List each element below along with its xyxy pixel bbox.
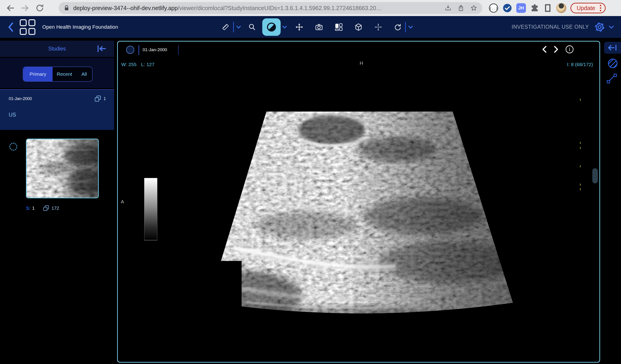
app-title: Open Health Imaging Foundation bbox=[42, 24, 118, 30]
active-viewport[interactable]: 01-Jan-2000 W:255 L:127 I: 8 (68/172) i … bbox=[117, 41, 600, 363]
us-scale-tick bbox=[580, 147, 581, 149]
tab-recent[interactable]: Recent bbox=[52, 67, 76, 81]
puzzle-extensions-icon[interactable] bbox=[530, 3, 539, 13]
main-toolbar bbox=[222, 16, 413, 38]
ultrasound-image bbox=[118, 42, 599, 362]
info-icon[interactable]: i bbox=[565, 45, 574, 53]
browser-back-icon[interactable] bbox=[6, 4, 15, 12]
level-label: L: bbox=[141, 62, 145, 67]
jh-extension-icon[interactable]: JH bbox=[516, 3, 526, 13]
pan-arrows-icon[interactable] bbox=[295, 23, 303, 31]
toolbar-divider bbox=[405, 22, 406, 32]
us-scale-tick bbox=[580, 99, 581, 101]
window-level-overlay: W:255 L:127 bbox=[121, 62, 155, 67]
thumbnail-ultrasound-image bbox=[27, 139, 98, 198]
toolbar-divider bbox=[233, 22, 234, 32]
tab-all[interactable]: All bbox=[76, 67, 92, 81]
browser-forward-icon[interactable] bbox=[21, 4, 29, 12]
window-level-button-active[interactable] bbox=[262, 18, 281, 36]
check-extension-icon[interactable] bbox=[502, 3, 512, 13]
window-label: W: bbox=[121, 62, 127, 67]
download-icon[interactable] bbox=[445, 5, 451, 12]
crosshairs-icon[interactable] bbox=[374, 23, 382, 31]
measure-dropdown-chevron-icon[interactable] bbox=[236, 25, 241, 29]
orientation-marker-left: A bbox=[121, 199, 124, 204]
series-copies-icon bbox=[94, 95, 101, 102]
previous-series-icon[interactable] bbox=[542, 46, 547, 53]
series-label: S: bbox=[26, 206, 31, 211]
tab-primary[interactable]: Primary bbox=[23, 67, 52, 81]
viewport-study-date: 01-Jan-2000 bbox=[143, 46, 167, 54]
study-list-item[interactable]: 01-Jan-2000 1 US bbox=[0, 89, 114, 130]
update-label: Update bbox=[577, 5, 595, 12]
cube-3d-icon[interactable] bbox=[355, 23, 362, 31]
layout-grid-icon[interactable] bbox=[335, 23, 343, 31]
extension-icons: {..} JH Update bbox=[489, 0, 606, 16]
level-value: 127 bbox=[147, 62, 155, 67]
gear-icon[interactable] bbox=[594, 22, 605, 32]
url-host: deploy-preview-3474--ohif-dev.netlify.ap… bbox=[73, 5, 178, 11]
svg-text:i: i bbox=[569, 47, 570, 52]
viewport-status-icon[interactable] bbox=[126, 46, 134, 54]
grayscale-reference-bar bbox=[144, 178, 157, 240]
lock-icon bbox=[64, 4, 69, 12]
app-header: Open Health Imaging Foundation INVESTIGA… bbox=[0, 16, 621, 38]
back-chevron-icon[interactable] bbox=[8, 22, 14, 32]
image-counter-overlay: I: 8 (68/172) bbox=[567, 62, 593, 67]
contrast-icon bbox=[266, 22, 276, 32]
investigational-label: INVESTIGATIONAL USE ONLY bbox=[512, 24, 589, 30]
expand-right-panel-button[interactable] bbox=[604, 42, 621, 54]
address-bar[interactable]: deploy-preview-3474--ohif-dev.netlify.ap… bbox=[59, 2, 482, 14]
measure-ruler-icon[interactable] bbox=[222, 23, 229, 31]
corner-divider bbox=[138, 45, 139, 55]
settings-chevron-icon[interactable] bbox=[609, 25, 614, 29]
collapse-panel-icon[interactable] bbox=[97, 45, 106, 52]
capture-camera-icon[interactable] bbox=[315, 23, 323, 31]
browser-toolbar: deploy-preview-3474--ohif-dev.netlify.ap… bbox=[0, 0, 621, 16]
braces-extension-icon[interactable]: {..} bbox=[489, 3, 498, 13]
reset-dropdown-chevron-icon[interactable] bbox=[408, 25, 413, 29]
series-number: 1 bbox=[32, 206, 35, 211]
us-scale-tick bbox=[580, 184, 581, 186]
bookmark-star-icon[interactable] bbox=[470, 5, 477, 12]
reading-list-icon[interactable] bbox=[543, 4, 552, 12]
thumbnail-caption: S: 1 172 bbox=[26, 205, 59, 211]
kebab-menu-icon[interactable] bbox=[600, 5, 601, 11]
orientation-marker-top: H bbox=[360, 60, 363, 66]
instances-copies-icon bbox=[43, 205, 49, 211]
window-value: 255 bbox=[128, 62, 137, 67]
expand-panel-arrow-icon bbox=[608, 45, 617, 51]
reset-rotate-icon[interactable] bbox=[394, 23, 401, 31]
instance-count: 172 bbox=[52, 206, 59, 211]
studies-tabs-area: Primary Recent All bbox=[0, 58, 114, 88]
avatar[interactable] bbox=[556, 3, 566, 13]
ohif-logo-icon[interactable] bbox=[20, 19, 35, 35]
next-series-icon[interactable] bbox=[553, 46, 559, 53]
svg-text:{..}: {..} bbox=[489, 6, 498, 10]
us-scale-tick bbox=[580, 142, 581, 144]
study-date: 01-Jan-2000 bbox=[9, 96, 32, 101]
studies-panel-header: Studies bbox=[0, 41, 114, 57]
segmentation-hatched-circle-icon[interactable] bbox=[607, 58, 618, 69]
us-scale-tick bbox=[580, 165, 581, 167]
zoom-magnifier-icon[interactable] bbox=[248, 23, 256, 31]
window-level-dropdown-chevron-icon[interactable] bbox=[282, 25, 287, 29]
corner-divider-2 bbox=[178, 45, 179, 55]
url-text: deploy-preview-3474--ohif-dev.netlify.ap… bbox=[73, 5, 382, 12]
update-button[interactable]: Update bbox=[570, 3, 606, 13]
study-modality: US bbox=[9, 112, 106, 118]
us-scale-tick bbox=[580, 188, 581, 190]
studies-panel-title: Studies bbox=[48, 46, 66, 52]
measurement-line-icon[interactable] bbox=[606, 73, 617, 84]
series-thumbnail[interactable] bbox=[26, 139, 99, 198]
thumbnail-status-icon bbox=[9, 143, 17, 150]
share-icon[interactable] bbox=[457, 5, 464, 12]
url-path: /viewer/dicomlocal?StudyInstanceUIDs=1.3… bbox=[178, 5, 382, 11]
browser-reload-icon[interactable] bbox=[35, 4, 44, 12]
stack-scrollbar[interactable] bbox=[592, 168, 598, 183]
series-count: 1 bbox=[104, 96, 106, 101]
studies-tab-group: Primary Recent All bbox=[23, 66, 93, 82]
